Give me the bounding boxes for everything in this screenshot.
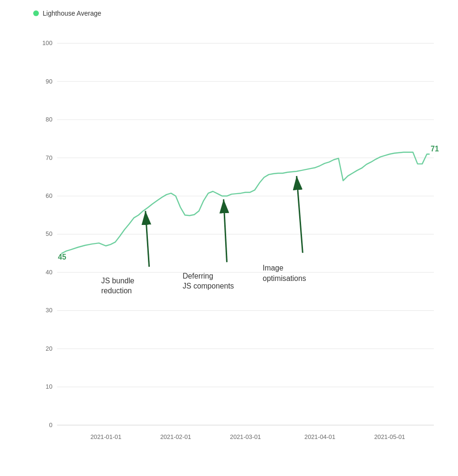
y-label-70: 70 <box>46 154 52 161</box>
y-label-60: 60 <box>46 192 52 199</box>
y-label-90: 90 <box>46 78 52 85</box>
y-label-30: 30 <box>46 307 52 314</box>
x-label-apr: 2021-04-01 <box>304 433 335 440</box>
annotation-label-js-bundle: JS bundle reduction <box>101 277 137 295</box>
x-label-feb: 2021-02-01 <box>160 433 191 440</box>
y-label-20: 20 <box>46 345 52 352</box>
chart-container: Lighthouse Average 100 90 80 70 60 <box>0 0 458 476</box>
x-label-may: 2021-05-01 <box>374 433 405 440</box>
chart-area: 100 90 80 70 60 50 40 30 20 10 0 2021-01… <box>28 25 449 444</box>
end-value-label: 71 <box>431 145 439 153</box>
x-label-jan: 2021-01-01 <box>91 433 121 440</box>
annotation-arrow-deferring-js <box>224 199 227 262</box>
y-label-100: 100 <box>42 39 52 47</box>
y-label-80: 80 <box>46 116 52 123</box>
annotation-arrow-image-opt <box>297 176 303 253</box>
y-label-0: 0 <box>49 421 52 429</box>
y-label-10: 10 <box>46 383 52 390</box>
annotation-label-deferring-js: Deferring JS components <box>183 272 234 290</box>
legend-dot <box>33 10 39 16</box>
chart-line <box>62 152 429 253</box>
chart-svg: 100 90 80 70 60 50 40 30 20 10 0 2021-01… <box>28 25 449 444</box>
chart-legend: Lighthouse Average <box>28 9 449 17</box>
y-label-50: 50 <box>46 230 52 237</box>
start-value-label: 45 <box>58 253 66 261</box>
annotation-label-image-opt: Image optimisations <box>263 264 306 282</box>
annotation-arrow-js-bundle <box>146 211 149 267</box>
x-label-mar: 2021-03-01 <box>230 433 261 440</box>
legend-label: Lighthouse Average <box>43 9 101 17</box>
y-label-40: 40 <box>46 269 52 276</box>
